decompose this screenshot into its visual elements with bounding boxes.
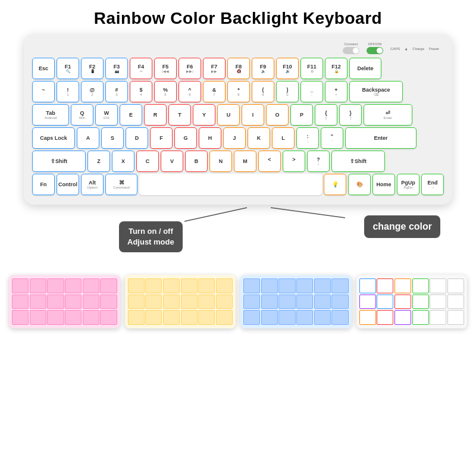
key-f9[interactable]: F9🔈	[252, 58, 274, 79]
key-main-label: Fn	[40, 182, 47, 187]
key-o[interactable]: O	[266, 104, 289, 126]
key-w[interactable]: WiOS	[95, 104, 118, 126]
key-x[interactable]: X	[112, 151, 134, 172]
key-h[interactable]: H	[199, 127, 221, 149]
row-asdf: Caps LockASDFGHJKL:;"'Enter	[32, 127, 444, 149]
key-sub-label: 📱	[90, 70, 95, 73]
key-fn[interactable]: Fn	[32, 174, 55, 195]
key-f7[interactable]: F7▶▶	[203, 58, 226, 79]
key-y[interactable]: Y	[193, 104, 215, 126]
key-d[interactable]: D	[126, 127, 148, 149]
key-space[interactable]: !1	[57, 81, 79, 102]
key-v[interactable]: V	[161, 151, 183, 172]
key-sub-label: ▶▶|	[186, 70, 193, 73]
key-space[interactable]: ?/	[307, 151, 330, 172]
key-space[interactable]: >.	[283, 151, 305, 172]
key-space[interactable]: ^6	[178, 81, 201, 102]
mini-key	[394, 278, 411, 293]
key-z[interactable]: Z	[87, 151, 110, 172]
key-m[interactable]: M	[234, 151, 256, 172]
mini-keyboard-kb-blue	[240, 275, 352, 328]
key-space[interactable]	[139, 174, 322, 195]
key-space[interactable]: *8	[227, 81, 250, 102]
key-enter[interactable]: Enter	[345, 127, 416, 149]
key-control[interactable]: Control	[57, 174, 79, 195]
key-space[interactable]: ~`	[32, 81, 55, 102]
key-j[interactable]: J	[223, 127, 246, 149]
key-sub-label: 🔊	[286, 70, 290, 73]
key-main-label: F12	[331, 64, 341, 70]
key-c[interactable]: C	[136, 151, 159, 172]
key-f11[interactable]: F11⚙	[300, 58, 323, 79]
key-p[interactable]: P	[290, 104, 313, 126]
key-shift[interactable]: ⇧Shift	[32, 151, 86, 172]
mini-key	[198, 278, 215, 293]
key-s[interactable]: S	[101, 127, 124, 149]
key-space[interactable]: 💡	[324, 174, 346, 195]
key-space[interactable]: @2	[81, 81, 104, 102]
key-space[interactable]: ⌘Command	[105, 174, 137, 195]
key-space[interactable]: 🎨	[348, 174, 371, 195]
key-f12[interactable]: F12🔒	[325, 58, 347, 79]
key-home[interactable]: Home	[372, 174, 395, 195]
key-f3[interactable]: F3📷	[105, 58, 128, 79]
key-space[interactable]: +=	[325, 81, 347, 102]
mini-key	[359, 278, 376, 293]
key-main-label: _	[310, 87, 313, 93]
key-f10[interactable]: F10🔊	[276, 58, 299, 79]
key-space[interactable]: %5	[154, 81, 177, 102]
key-pgup[interactable]: PgUpPgDn	[397, 174, 419, 195]
key-space[interactable]: {[	[315, 104, 337, 126]
key-f6[interactable]: F6▶▶|	[178, 58, 201, 79]
key-space[interactable]: "'	[321, 127, 343, 149]
key-shift[interactable]: ⇧Shift	[331, 151, 385, 172]
key-space[interactable]: }]	[339, 104, 362, 126]
key-a[interactable]: A	[77, 127, 99, 149]
key-f4[interactable]: F4✂	[130, 58, 152, 79]
keyboard-rows: EscF1🔍F2📱F3📷F4✂F5|◀◀F6▶▶|F7▶▶F8🔇F9🔈F10🔊F…	[32, 58, 444, 195]
key-backspace[interactable]: Backspace⌫	[349, 81, 403, 102]
key-space[interactable]: (9	[252, 81, 274, 102]
svg-line-0	[184, 208, 247, 221]
key-f5[interactable]: F5|◀◀	[154, 58, 177, 79]
key-space[interactable]: #3	[105, 81, 128, 102]
key-g[interactable]: G	[174, 127, 197, 149]
key-capslock[interactable]: Caps Lock	[32, 127, 75, 149]
mini-key	[128, 278, 145, 293]
key-t[interactable]: T	[168, 104, 191, 126]
key-space[interactable]: ⏎Enter	[364, 104, 412, 126]
key-u[interactable]: U	[217, 104, 240, 126]
key-i[interactable]: I	[242, 104, 264, 126]
key-r[interactable]: R	[144, 104, 167, 126]
key-f2[interactable]: F2📱	[81, 58, 104, 79]
power-toggle[interactable]	[367, 47, 383, 54]
key-main-label: F	[159, 136, 163, 141]
key-main-label: :	[307, 134, 309, 139]
key-f8[interactable]: F8🔇	[227, 58, 250, 79]
key-q[interactable]: QWin	[71, 104, 93, 126]
key-tab[interactable]: TabAndroid	[32, 104, 69, 126]
key-delete[interactable]: Delete	[349, 58, 381, 79]
key-l[interactable]: L	[272, 127, 295, 149]
key-space[interactable]: )0	[276, 81, 299, 102]
key-space[interactable]: :;	[296, 127, 319, 149]
key-sub-label: 🔒	[334, 70, 339, 73]
key-esc[interactable]: Esc	[32, 58, 55, 79]
key-f1[interactable]: F1🔍	[57, 58, 79, 79]
connect-toggle[interactable]	[343, 47, 359, 54]
key-f[interactable]: F	[150, 127, 173, 149]
mini-key	[359, 310, 376, 325]
key-main-label: D	[135, 136, 139, 141]
key-n[interactable]: N	[209, 151, 232, 172]
key-space[interactable]: _-	[300, 81, 323, 102]
key-space[interactable]: $4	[130, 81, 152, 102]
key-end[interactable]: End→	[421, 174, 444, 195]
callout-change-color: change color	[364, 215, 440, 238]
key-alt[interactable]: AltOption	[81, 174, 104, 195]
key-k[interactable]: K	[248, 127, 270, 149]
key-space[interactable]: <,	[258, 151, 281, 172]
key-e[interactable]: E	[120, 104, 142, 126]
key-b[interactable]: B	[185, 151, 208, 172]
key-space[interactable]: &7	[203, 81, 226, 102]
mini-key	[430, 295, 446, 309]
